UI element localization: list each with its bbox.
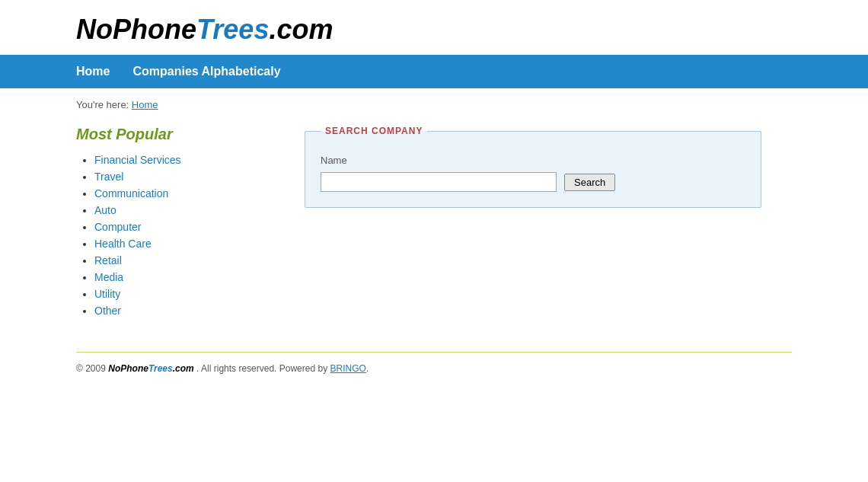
sidebar-link-retail[interactable]: Retail: [94, 254, 122, 267]
sidebar: Most Popular Financial Services Travel C…: [76, 126, 274, 321]
footer-logo: NoPhoneTrees.com: [108, 363, 196, 374]
logo-dotcom: .com: [269, 14, 333, 45]
breadcrumb-label: You're here:: [76, 99, 129, 110]
breadcrumb-home-link[interactable]: Home: [132, 99, 158, 110]
sidebar-link-travel[interactable]: Travel: [94, 171, 123, 183]
footer-period: .: [366, 363, 369, 374]
sidebar-link-computer[interactable]: Computer: [94, 221, 141, 233]
list-item: Computer: [94, 221, 274, 233]
sidebar-link-other[interactable]: Other: [94, 305, 121, 317]
search-row: Search: [321, 172, 745, 192]
list-item: Utility: [94, 288, 274, 300]
footer-logo-trees: Trees: [148, 363, 173, 374]
search-area: SEARCH COMPANY Name Search: [305, 126, 792, 321]
list-item: Retail: [94, 254, 274, 267]
list-item: Media: [94, 271, 274, 283]
sidebar-link-utility[interactable]: Utility: [94, 288, 120, 300]
sidebar-link-communication[interactable]: Communication: [94, 187, 168, 200]
footer-bringo-link[interactable]: BRINGO: [330, 363, 365, 374]
logo-nophone: NoPhone: [76, 14, 196, 45]
sidebar-link-media[interactable]: Media: [94, 271, 123, 283]
footer-logo-dotcom: .com: [173, 363, 194, 374]
list-item: Auto: [94, 204, 274, 216]
list-item: Health Care: [94, 238, 274, 250]
sidebar-link-auto[interactable]: Auto: [94, 204, 116, 216]
sidebar-title: Most Popular: [76, 126, 274, 143]
footer-copyright: © 2009: [76, 363, 106, 374]
sidebar-link-financial[interactable]: Financial Services: [94, 154, 181, 166]
search-fieldset: SEARCH COMPANY Name Search: [305, 126, 761, 208]
logo-trees: Trees: [196, 14, 269, 45]
nav-home[interactable]: Home: [76, 65, 110, 78]
breadcrumb: You're here: Home: [0, 88, 868, 118]
search-legend: SEARCH COMPANY: [321, 126, 427, 136]
search-input[interactable]: [321, 172, 557, 192]
list-item: Communication: [94, 187, 274, 200]
sidebar-list: Financial Services Travel Communication …: [76, 154, 274, 317]
footer: © 2009 NoPhoneTrees.com . All rights res…: [0, 353, 868, 385]
list-item: Travel: [94, 171, 274, 183]
list-item: Financial Services: [94, 154, 274, 166]
site-logo[interactable]: NoPhoneTrees.com: [76, 14, 333, 45]
list-item: Other: [94, 305, 274, 317]
sidebar-link-healthcare[interactable]: Health Care: [94, 238, 152, 250]
main-nav: Home Companies Alphabeticaly: [0, 55, 868, 88]
nav-companies[interactable]: Companies Alphabeticaly: [132, 65, 280, 78]
search-button[interactable]: Search: [564, 174, 615, 191]
footer-logo-nophone: NoPhone: [108, 363, 148, 374]
search-name-label: Name: [321, 155, 745, 166]
footer-rights: . All rights reserved. Powered by: [196, 363, 327, 374]
